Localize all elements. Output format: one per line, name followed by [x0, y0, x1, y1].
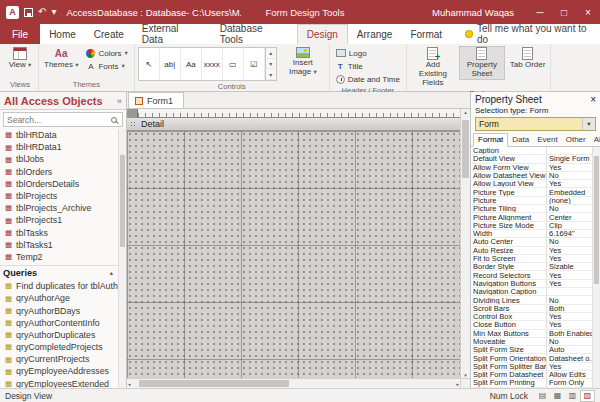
select-control-icon[interactable]: ↖ — [139, 48, 160, 80]
property-value[interactable]: Both Enabled — [547, 330, 592, 337]
property-sheet-tab[interactable]: Event — [533, 134, 561, 146]
minimize-button[interactable]: ─ — [528, 0, 552, 24]
form-view-icon[interactable]: ▤ — [535, 390, 550, 402]
ribbon-tab[interactable]: Create — [85, 24, 133, 44]
ribbon-tab[interactable]: Format — [401, 24, 451, 44]
nav-item-table[interactable]: ▦ tblProjects — [0, 190, 118, 202]
themes-button[interactable]: Aa Themes ▾ — [42, 46, 80, 71]
nav-item-table[interactable]: ▦ tblProjects1 — [0, 214, 118, 226]
property-value[interactable]: No — [547, 338, 592, 345]
search-input[interactable] — [7, 115, 111, 125]
ribbon-tab[interactable]: Database Tools — [211, 24, 297, 44]
property-value[interactable]: Center — [547, 213, 592, 220]
property-value[interactable]: Yes — [547, 164, 592, 171]
property-value[interactable]: Allow Edits — [547, 371, 592, 378]
close-button[interactable]: × — [576, 0, 600, 24]
ribbon-tab[interactable]: Arrange — [348, 24, 402, 44]
nav-item-query[interactable]: ▦ qryEmployeeAddresses — [0, 365, 118, 377]
nav-item-query[interactable]: ▦ qryAuthorDuplicates — [0, 329, 118, 341]
label-control-icon[interactable]: Aa — [181, 48, 202, 80]
nav-item-table[interactable]: ▦ tblHRData1 — [0, 141, 118, 153]
property-value[interactable]: Sizable — [547, 263, 592, 270]
logo-button[interactable]: Logo — [333, 47, 403, 59]
nav-scrollbar-thumb[interactable] — [120, 155, 125, 247]
ribbon-tab[interactable]: File — [0, 24, 40, 44]
property-value[interactable]: Clip — [547, 222, 592, 229]
scroll-left-icon[interactable]: ◂ — [128, 381, 131, 387]
date-and-time-button[interactable]: Date and Time — [333, 73, 403, 85]
property-value[interactable]: No — [547, 296, 592, 303]
save-icon[interactable] — [24, 8, 33, 17]
horizontal-scrollbar[interactable]: ◂ ▸ — [127, 378, 460, 388]
property-value[interactable]: Embedded — [547, 188, 592, 195]
vertical-scrollbar[interactable]: ▴ ▾ — [460, 109, 470, 378]
property-value[interactable]: Single Form — [547, 155, 592, 162]
text-box-control-icon[interactable]: ab| — [160, 48, 181, 80]
property-value[interactable]: No — [547, 238, 592, 245]
gallery-more-icon[interactable]: ▾ — [266, 69, 276, 80]
property-sheet-tab[interactable]: Other — [562, 134, 590, 146]
vertical-scrollbar-thumb[interactable] — [462, 120, 469, 178]
property-value[interactable]: Yes — [547, 247, 592, 254]
property-value[interactable]: (none) — [547, 197, 592, 204]
nav-item-table[interactable]: ▦ tblTasks1 — [0, 239, 118, 251]
nav-scrollbar[interactable] — [118, 129, 126, 388]
property-value[interactable]: No — [547, 172, 592, 179]
nav-item-table[interactable]: ▦ tblTasks — [0, 227, 118, 239]
scroll-up-icon[interactable]: ▴ — [464, 109, 467, 115]
nav-group-queries[interactable]: Queries ▴ — [0, 265, 118, 280]
customize-qat-icon[interactable]: ▾ — [51, 7, 56, 17]
horizontal-scrollbar-thumb[interactable] — [139, 380, 289, 387]
property-value[interactable]: Datasheet o... — [547, 354, 592, 361]
form-selector-box[interactable] — [127, 109, 138, 118]
property-value[interactable]: Form Only — [547, 379, 592, 386]
property-sheet-button[interactable]: Property Sheet — [459, 46, 505, 80]
add-existing-fields-button[interactable]: Add Existing Fields — [410, 46, 456, 88]
restore-button[interactable]: □ — [552, 0, 576, 24]
title-button[interactable]: Title — [333, 60, 403, 72]
nav-item-query[interactable]: ▦ qryCurrentProjects — [0, 353, 118, 365]
nav-item-query[interactable]: ▦ qryAuthorBDays — [0, 304, 118, 316]
property-scrollbar-thumb[interactable] — [594, 156, 599, 284]
selection-combo[interactable]: Form ▾ — [475, 117, 596, 131]
nav-item-table[interactable]: ▦ tblOrdersDetails — [0, 178, 118, 190]
property-value[interactable]: Yes — [547, 180, 592, 187]
tab-order-button[interactable]: Tab Order — [508, 46, 548, 71]
property-value[interactable] — [547, 147, 592, 154]
nav-item-table[interactable]: ▦ Temp2 — [0, 251, 118, 263]
property-value[interactable]: Auto — [547, 346, 592, 353]
nav-item-table[interactable]: ▦ tblOrders — [0, 166, 118, 178]
insert-image-button[interactable]: Insert Image ▾ — [280, 46, 326, 78]
property-sheet-tab[interactable]: All — [590, 134, 600, 146]
nav-item-query[interactable]: ▦ qryAuthorContentInfo — [0, 317, 118, 329]
tell-me[interactable]: Tell me what you want to do — [465, 24, 600, 44]
nav-item-query[interactable]: ▦ qryEmployeesExtended — [0, 378, 118, 388]
property-value[interactable]: Yes — [547, 321, 592, 328]
nav-item-query[interactable]: ▦ Find duplicates for tblAuthors — [0, 280, 118, 292]
document-tab-form1[interactable]: Form1 — [128, 92, 184, 108]
property-sheet-tab[interactable]: Format — [473, 133, 508, 147]
ribbon-tab[interactable]: External Data — [133, 24, 211, 44]
scroll-right-icon[interactable]: ▸ — [456, 381, 459, 387]
close-icon[interactable]: × — [590, 95, 596, 105]
property-value[interactable]: No — [547, 205, 592, 212]
form-design-canvas[interactable]: Detail — [127, 109, 460, 378]
property-value[interactable]: Yes — [547, 280, 592, 287]
layout-view-icon[interactable]: ▥ — [565, 390, 580, 402]
gallery-down-icon[interactable]: ▾ — [266, 59, 276, 70]
property-value[interactable]: Yes — [547, 255, 592, 262]
property-value[interactable]: Yes — [547, 313, 592, 320]
property-value[interactable]: Yes — [547, 271, 592, 278]
colors-button[interactable]: Colors ▾ — [83, 47, 130, 59]
view-button[interactable]: View ▾ — [5, 46, 35, 71]
datasheet-view-icon[interactable]: ▦ — [550, 390, 565, 402]
nav-item-table[interactable]: ▦ tblJobs — [0, 153, 118, 165]
property-scrollbar[interactable] — [592, 147, 600, 388]
design-grid[interactable] — [127, 131, 460, 378]
property-sheet-tab[interactable]: Data — [508, 134, 533, 146]
tab-control-icon[interactable]: ▭ — [223, 48, 244, 80]
design-view-icon[interactable]: ▧ — [580, 390, 595, 402]
button-control-icon[interactable]: xxxx — [202, 48, 223, 80]
property-value[interactable]: Both — [547, 305, 592, 312]
nav-item-table[interactable]: ▦ tblHRData — [0, 129, 118, 141]
